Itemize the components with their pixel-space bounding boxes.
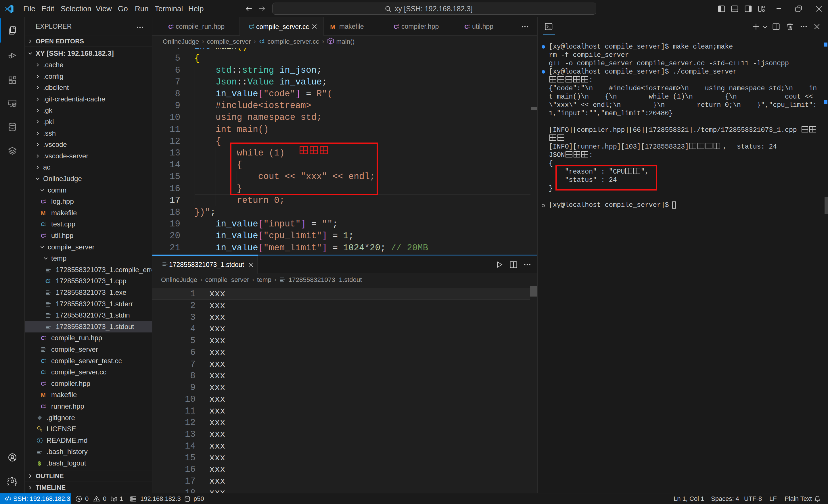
svg-text:M: M [330, 23, 335, 30]
svg-text:+: + [44, 235, 46, 238]
svg-text:+: + [44, 406, 46, 409]
svg-text:+: + [468, 26, 470, 29]
svg-text:+: + [44, 337, 46, 340]
svg-text:$: $ [38, 460, 41, 467]
svg-text:+: + [397, 26, 399, 29]
svg-text:+: + [44, 371, 46, 375]
svg-text:M: M [41, 392, 46, 398]
svg-text:M: M [41, 210, 46, 216]
svg-text:+: + [263, 41, 264, 44]
svg-text:+: + [44, 201, 46, 204]
svg-text:+: + [44, 360, 46, 364]
svg-text:+: + [44, 383, 46, 386]
svg-text:+: + [44, 224, 46, 227]
svg-text:+: + [252, 26, 254, 29]
svg-text:+: + [49, 280, 51, 284]
svg-text:+: + [172, 26, 174, 29]
